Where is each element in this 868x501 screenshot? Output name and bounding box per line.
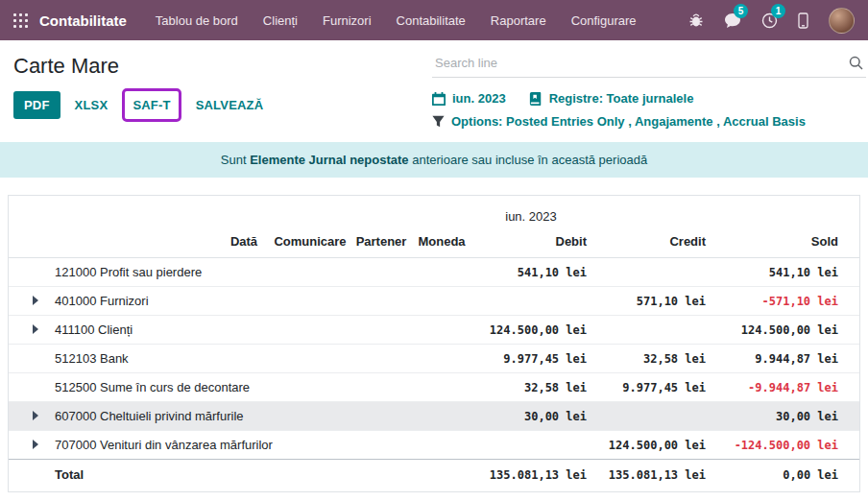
column-header-date: Dată	[216, 227, 272, 258]
column-header-debit: Debit	[470, 227, 592, 258]
debug-bug-icon[interactable]	[688, 12, 704, 28]
messages-icon[interactable]: 5	[724, 12, 741, 29]
debit-amount	[470, 431, 592, 460]
debit-amount	[470, 287, 592, 316]
column-header-credit: Credit	[592, 227, 711, 258]
credit-amount: 124.500,00 lei	[592, 431, 711, 460]
ledger-card: iun. 2023 Dată Comunicare Partener Moned…	[8, 195, 860, 492]
menu-item-dashboard[interactable]: Tablou de bord	[144, 7, 250, 35]
export-buttons: PDF XLSX SAF-T SALVEAZĂ	[13, 88, 432, 122]
apps-grid-icon[interactable]	[10, 10, 32, 32]
activities-badge: 1	[771, 4, 785, 18]
balance-amount: 30,00 lei	[711, 402, 859, 431]
report-header: Carte Mare PDF XLSX SAF-T SALVEAZĂ	[0, 40, 868, 129]
account-name: 707000 Venituri din vânzarea mărfurilor	[41, 431, 272, 460]
total-credit: 135.081,13 lei	[592, 460, 711, 492]
expand-caret-icon[interactable]	[33, 324, 38, 334]
menu-item-vendors[interactable]: Furnizori	[311, 7, 383, 35]
balance-amount: 9.944,87 lei	[711, 345, 859, 373]
expand-caret-icon[interactable]	[33, 296, 38, 305]
period-header: iun. 2023	[470, 196, 592, 227]
table-row[interactable]: 401000 Furnizori 571,10 lei -571,10 lei	[9, 287, 859, 316]
table-row[interactable]: 607000 Cheltuieli privind mărfurile 30,0…	[9, 402, 859, 431]
expand-caret-icon[interactable]	[33, 411, 38, 420]
debit-amount: 30,00 lei	[470, 402, 592, 431]
total-row: Total 135.081,13 lei 135.081,13 lei 0,00…	[9, 460, 859, 492]
mobile-phone-icon[interactable]	[798, 12, 808, 29]
saf-t-highlight-box: SAF-T	[122, 88, 181, 122]
menu-item-accounting[interactable]: Contabilitate	[385, 7, 477, 35]
account-name: 401000 Furnizori	[41, 287, 272, 316]
credit-amount	[592, 402, 711, 431]
credit-amount	[592, 316, 711, 345]
journals-filter[interactable]: Registre: Toate jurnalele	[529, 91, 694, 106]
account-name: 512500 Sume în curs de decontare	[41, 373, 272, 402]
table-row[interactable]: 707000 Venituri din vânzarea mărfurilor …	[9, 431, 859, 460]
messages-badge: 5	[734, 4, 748, 18]
journal-book-icon	[529, 92, 542, 106]
column-header-currency: Moneda	[414, 227, 470, 258]
unposted-entries-link[interactable]: Elemente Jurnal nepostate	[250, 153, 408, 167]
credit-amount	[592, 258, 711, 287]
options-filter[interactable]: Options: Posted Entries Only , Angajamen…	[432, 114, 806, 129]
xlsx-button[interactable]: XLSX	[72, 91, 111, 119]
table-row: 121000 Profit sau pierdere 541,10 lei 54…	[9, 258, 859, 287]
options-filter-label: Options: Posted Entries Only , Angajamen…	[451, 114, 806, 129]
search-input[interactable]	[432, 50, 866, 77]
account-name: 411100 Clienți	[41, 316, 272, 345]
date-filter-label: iun. 2023	[452, 91, 506, 106]
page-title: Carte Mare	[13, 54, 432, 79]
expand-caret-icon[interactable]	[33, 440, 38, 449]
banner-text-before: Sunt	[221, 153, 250, 167]
total-balance: 0,00 lei	[711, 460, 859, 492]
menu-item-customers[interactable]: Clienți	[252, 7, 309, 35]
ledger-rows: 121000 Profit sau pierdere 541,10 lei 54…	[9, 258, 859, 460]
date-filter[interactable]: iun. 2023	[432, 91, 506, 106]
activities-clock-icon[interactable]: 1	[761, 12, 778, 29]
debit-amount: 9.977,45 lei	[470, 345, 592, 373]
balance-amount: 124.500,00 lei	[711, 316, 859, 345]
column-header-communication: Comunicare	[272, 227, 349, 258]
table-row: 512500 Sume în curs de decontare 32,58 l…	[9, 373, 859, 402]
pdf-button[interactable]: PDF	[13, 91, 60, 119]
avatar[interactable]	[829, 8, 855, 34]
navbar-systray: 5 1	[688, 8, 855, 34]
menu-item-reporting[interactable]: Raportare	[479, 7, 558, 35]
balance-amount: -124.500,00 lei	[711, 431, 859, 460]
account-name: 121000 Profit sau pierdere	[41, 258, 272, 287]
total-label: Total	[41, 460, 272, 492]
debit-amount: 32,58 lei	[470, 373, 592, 402]
app-brand[interactable]: Contabilitate	[39, 12, 127, 29]
debit-amount: 541,10 lei	[470, 258, 592, 287]
banner-text-after: anterioare sau incluse în această perioa…	[409, 153, 648, 167]
column-header-partner: Partener	[349, 227, 414, 258]
total-debit: 135.081,13 lei	[470, 460, 592, 492]
journals-filter-label: Registre: Toate jurnalele	[549, 91, 694, 106]
search-bar	[432, 50, 866, 78]
unposted-entries-banner: Sunt Elemente Jurnal nepostate anterioar…	[0, 142, 868, 178]
save-button[interactable]: SALVEAZĂ	[193, 91, 267, 119]
ledger-table: iun. 2023 Dată Comunicare Partener Moned…	[9, 196, 859, 491]
column-header-row: Dată Comunicare Partener Moneda Debit Cr…	[9, 227, 859, 258]
credit-amount: 9.977,45 lei	[592, 373, 711, 402]
period-header-row: iun. 2023	[9, 196, 859, 227]
report-filters: iun. 2023 Registre: Toate jurnalele Opti…	[432, 78, 866, 129]
balance-amount: -9.944,87 lei	[711, 373, 859, 402]
saf-t-button[interactable]: SAF-T	[130, 91, 173, 119]
credit-amount: 32,58 lei	[592, 345, 711, 373]
table-row: 512103 Bank 9.977,45 lei 32,58 lei 9.944…	[9, 345, 859, 373]
account-name: 607000 Cheltuieli privind mărfurile	[41, 402, 272, 431]
balance-amount: 541,10 lei	[711, 258, 859, 287]
filter-funnel-icon	[432, 115, 445, 128]
credit-amount: 571,10 lei	[592, 287, 711, 316]
calendar-icon	[432, 92, 446, 106]
table-row[interactable]: 411100 Clienți 124.500,00 lei 124.500,00…	[9, 316, 859, 345]
search-icon[interactable]	[849, 56, 863, 74]
debit-amount: 124.500,00 lei	[470, 316, 592, 345]
menu-item-configuration[interactable]: Configurare	[560, 7, 648, 35]
balance-amount: -571,10 lei	[711, 287, 859, 316]
column-header-balance: Sold	[711, 227, 859, 258]
main-menu: Tablou de bord Clienți Furnizori Contabi…	[144, 7, 648, 35]
top-navbar: Contabilitate Tablou de bord Clienți Fur…	[0, 0, 868, 40]
account-name: 512103 Bank	[41, 345, 272, 373]
